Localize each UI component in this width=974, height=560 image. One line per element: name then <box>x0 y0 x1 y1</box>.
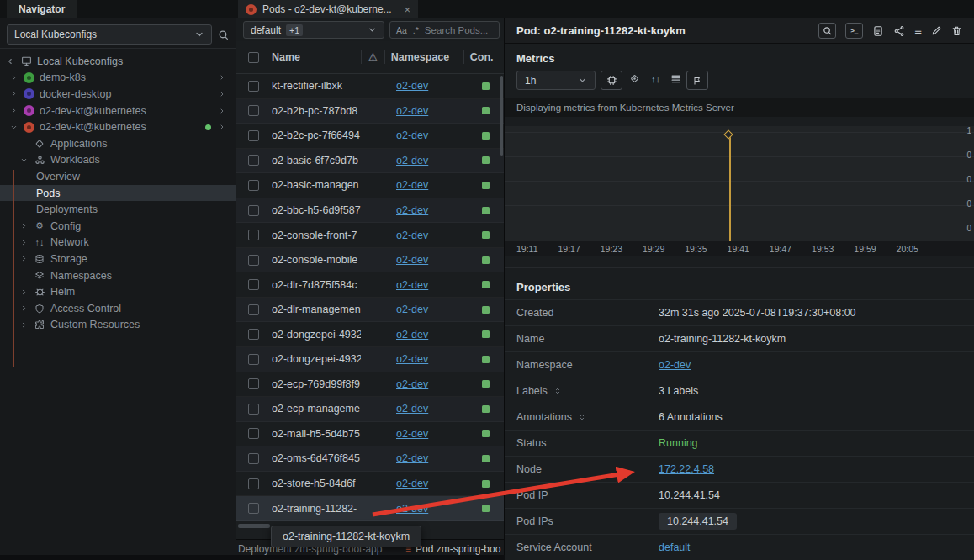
row-checkbox[interactable] <box>248 478 259 489</box>
namespace-link[interactable]: o2-dev <box>396 279 428 291</box>
row-checkbox[interactable] <box>248 329 259 340</box>
namespace-link[interactable]: o2-dev <box>396 329 428 341</box>
metrics-range-select[interactable]: 1h <box>516 71 596 90</box>
kubeconfig-select[interactable]: Local Kubeconfigs <box>7 24 212 45</box>
cpu-metrics-button[interactable] <box>601 71 622 90</box>
row-checkbox[interactable] <box>248 105 259 116</box>
sort-toggle-icon[interactable] <box>553 387 562 395</box>
row-checkbox[interactable] <box>248 180 259 191</box>
property-value[interactable]: 172.22.4.58 <box>659 463 714 475</box>
terminal-icon[interactable]: >_ <box>845 23 863 39</box>
row-checkbox[interactable] <box>248 230 259 240</box>
trash-icon[interactable] <box>951 25 962 36</box>
table-row[interactable]: o2-b2b-pc-787bd8 o2-dev <box>236 99 504 124</box>
search-icon[interactable] <box>214 26 232 43</box>
namespace-link[interactable]: o2-dev <box>396 254 428 266</box>
namespace-link[interactable]: o2-dev <box>396 230 428 241</box>
row-checkbox[interactable] <box>248 304 259 315</box>
vertical-scrollbar[interactable] <box>500 76 503 156</box>
table-row[interactable]: o2-dongzepei-4932 o2-dev <box>236 322 504 347</box>
namespace-link[interactable]: o2-dev <box>396 304 428 315</box>
table-row[interactable]: o2-training-11282- o2-dev <box>236 496 504 521</box>
table-row[interactable]: o2-ecp-manageme o2-dev <box>236 397 504 422</box>
namespace-filter-select[interactable]: default +1 <box>243 21 384 39</box>
namespace-link[interactable]: o2-dev <box>396 378 428 390</box>
table-row[interactable]: o2-ecp-769d99f8f9 o2-dev <box>236 372 504 398</box>
namespace-link[interactable]: o2-dev <box>396 204 428 216</box>
row-checkbox[interactable] <box>248 354 259 365</box>
row-checkbox[interactable] <box>248 130 259 141</box>
row-checkbox[interactable] <box>248 279 259 290</box>
row-checkbox[interactable] <box>248 453 259 464</box>
namespace-link[interactable]: o2-dev <box>396 179 428 191</box>
chevron-right-icon[interactable] <box>217 124 227 130</box>
table-row[interactable]: o2-mall-h5-5d4b75 o2-dev <box>236 422 504 447</box>
select-all-checkbox[interactable] <box>248 52 259 63</box>
row-checkbox[interactable] <box>248 255 259 266</box>
sidebar-item-network[interactable]: ↑↓ Network <box>0 235 236 251</box>
sidebar-item-overview[interactable]: Overview <box>0 168 236 185</box>
column-header-containers[interactable]: Con. <box>470 51 494 63</box>
row-checkbox[interactable] <box>248 503 259 514</box>
chevron-right-icon[interactable] <box>217 108 227 114</box>
chevron-right-icon[interactable] <box>19 304 29 312</box>
sidebar-item-cluster-demo-k8s[interactable]: demo-k8s <box>0 70 236 87</box>
tab-navigator[interactable]: Navigator <box>7 0 77 18</box>
horizontal-scrollbar[interactable] <box>238 524 270 528</box>
namespace-link[interactable]: o2-dev <box>396 155 428 166</box>
table-row[interactable]: o2-oms-6d476f845 o2-dev <box>236 446 504 472</box>
close-icon[interactable]: × <box>404 4 410 15</box>
chevron-right-icon[interactable] <box>19 321 29 329</box>
table-row[interactable]: o2-dongzepei-4932 o2-dev <box>236 347 504 372</box>
row-checkbox[interactable] <box>248 404 259 415</box>
namespace-link[interactable]: o2-dev <box>396 503 428 515</box>
chevron-left-icon[interactable] <box>5 57 15 66</box>
column-header-namespace[interactable]: Namespace <box>391 51 463 63</box>
sidebar-item-custom-resources[interactable]: Custom Resources <box>0 317 236 334</box>
chevron-right-icon[interactable] <box>19 222 29 230</box>
inspect-icon[interactable] <box>818 23 836 39</box>
namespace-link[interactable]: o2-dev <box>396 428 428 440</box>
sidebar-item-workloads[interactable]: Workloads <box>0 152 236 169</box>
namespace-link[interactable]: o2-dev <box>396 403 428 415</box>
namespace-link[interactable]: o2-dev <box>396 105 428 117</box>
table-row[interactable]: o2-bbc-h5-6d9f587 o2-dev <box>236 198 504 224</box>
logs-icon[interactable] <box>872 25 884 37</box>
chevron-right-icon[interactable] <box>19 255 29 262</box>
chevron-down-icon[interactable] <box>19 156 29 164</box>
sidebar-item-local-kubeconfigs[interactable]: Local Kubeconfigs <box>0 53 236 70</box>
row-checkbox[interactable] <box>248 378 259 389</box>
tag-icon[interactable] <box>629 73 640 84</box>
edit-pencil-icon[interactable] <box>931 25 942 36</box>
sidebar-item-applications[interactable]: Applications <box>0 135 236 152</box>
table-row[interactable]: o2-basic-managen o2-dev <box>236 173 504 198</box>
match-case-icon[interactable]: Aa <box>396 25 407 35</box>
menu-lines-icon[interactable]: ≡ <box>914 24 922 37</box>
chevron-right-icon[interactable] <box>19 239 29 246</box>
sidebar-item-storage[interactable]: Storage <box>0 251 236 267</box>
tab-pods[interactable]: Pods - o2-dev-kt@kuberne... × <box>238 0 418 18</box>
namespace-link[interactable]: o2-dev <box>396 478 428 489</box>
search-pods-input[interactable]: Aa .* Search Pods... <box>389 21 500 39</box>
table-row[interactable]: o2-console-front-7 o2-dev <box>236 223 504 248</box>
row-checkbox[interactable] <box>248 428 259 439</box>
table-row[interactable]: o2-basic-6f7c9d7b o2-dev <box>236 149 504 174</box>
sidebar-item-config[interactable]: ⚙ Config <box>0 218 236 235</box>
sort-arrows-icon[interactable]: ↑↓ <box>651 75 660 84</box>
namespace-link[interactable]: o2-dev <box>396 353 428 365</box>
sidebar-item-cluster-o2-dev-kt-1[interactable]: o2-dev-kt@kubernetes <box>0 103 236 119</box>
warning-icon[interactable]: ⚠ <box>368 51 378 63</box>
sidebar-item-namespaces[interactable]: Namespaces <box>0 267 236 284</box>
chevron-right-icon[interactable] <box>217 74 227 81</box>
chevron-right-icon[interactable] <box>19 288 29 296</box>
table-row[interactable]: kt-rectifier-ilbxk o2-dev <box>236 74 504 99</box>
sidebar-item-access-control[interactable]: Access Control <box>0 300 236 317</box>
share-icon[interactable] <box>893 25 905 37</box>
namespace-link[interactable]: o2-dev <box>396 129 428 141</box>
chevron-right-icon[interactable] <box>8 107 19 114</box>
sidebar-item-cluster-o2-dev-kt-2[interactable]: o2-dev-kt@kubernetes <box>0 119 236 135</box>
sidebar-item-deployments[interactable]: Deployments <box>0 201 236 218</box>
regex-icon[interactable]: .* <box>413 25 419 35</box>
property-value[interactable]: default <box>659 542 691 553</box>
sort-toggle-icon[interactable] <box>578 413 586 421</box>
